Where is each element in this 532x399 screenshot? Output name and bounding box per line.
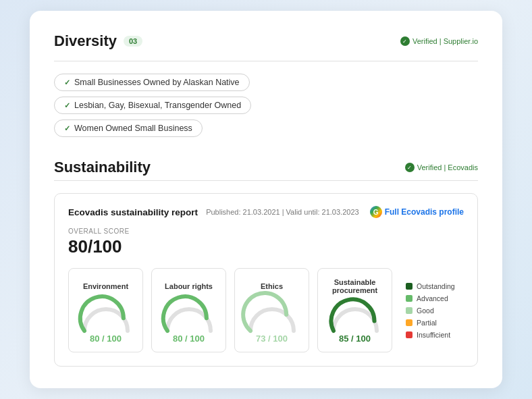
check-icon: ✓: [400, 36, 410, 46]
tag-check-icon-2: ✓: [64, 101, 70, 110]
legend-label-3: Partial: [417, 319, 437, 327]
score-value-0: 80 / 100: [90, 334, 122, 344]
diversity-badge: 03: [124, 36, 142, 47]
legend-label-4: Insufficient: [417, 331, 450, 339]
tag-lgbtq: ✓ Lesbian, Gay, Bisexual, Transgender Ow…: [54, 97, 251, 114]
score-card-title-3: Sustainable procurement: [323, 277, 386, 296]
tag-women: ✓ Women Owned Small Business: [54, 119, 203, 137]
score-card-3: Sustainable procurement 85 / 100: [317, 268, 392, 352]
gauge-3: [328, 301, 382, 331]
sustainability-verified-text: Verified | Ecovadis: [417, 163, 478, 171]
ecovadis-g-icon: G: [370, 206, 382, 218]
tag-alaskan: ✓ Small Businesses Owned by Alaskan Nati…: [54, 74, 250, 91]
legend-dot-4: [406, 331, 413, 338]
legend-dot-3: [406, 319, 413, 326]
tag-alaskan-label: Small Businesses Owned by Alaskan Native: [74, 78, 240, 87]
tag-lgbtq-label: Lesbian, Gay, Bisexual, Transgender Owne…: [74, 101, 241, 110]
diversity-header: Diversity 03 ✓ Verified | Supplier.io: [54, 32, 478, 50]
overall-score-label: OVERALL SCORE: [68, 228, 464, 235]
tag-check-icon: ✓: [64, 78, 70, 87]
diversity-title: Diversity: [54, 32, 117, 50]
tag-check-icon-3: ✓: [64, 124, 70, 133]
report-card: Ecovadis sustainability report Published…: [54, 193, 478, 367]
score-value-3: 85 / 100: [339, 334, 371, 344]
sustainability-verified: ✓ Verified | Ecovadis: [405, 163, 478, 172]
legend-col: OutstandingAdvancedGoodPartialInsufficie…: [400, 268, 461, 352]
report-title: Ecovadis sustainability report: [68, 207, 198, 217]
score-card-title-0: Environment: [83, 277, 128, 296]
score-card-0: Environment 80 / 100: [68, 268, 143, 352]
legend-dot-1: [406, 295, 413, 302]
legend-item-0: Outstanding: [406, 282, 461, 290]
legend-item-4: Insufficient: [406, 331, 461, 339]
legend-label-1: Advanced: [417, 294, 448, 302]
score-card-title-1: Labour rights: [165, 277, 213, 296]
report-header: Ecovadis sustainability report Published…: [68, 206, 464, 218]
gauge-2: [245, 301, 299, 331]
score-section: Environment 80 / 100Labour rights 80 / 1…: [68, 268, 464, 352]
report-dates: Published: 21.03.2021 | Valid until: 21.…: [206, 208, 359, 216]
main-card: Diversity 03 ✓ Verified | Supplier.io ✓ …: [30, 11, 502, 388]
legend-label-0: Outstanding: [417, 282, 455, 290]
score-value-2: 73 / 100: [256, 334, 288, 344]
sustainability-title: Sustainability: [54, 159, 151, 176]
score-card-1: Labour rights 80 / 100: [151, 268, 226, 352]
sustainability-header: Sustainability ✓ Verified | Ecovadis: [54, 159, 478, 176]
gauge-0: [79, 301, 133, 331]
score-grid: Environment 80 / 100Labour rights 80 / 1…: [68, 268, 392, 352]
diversity-title-row: Diversity 03: [54, 32, 142, 50]
tag-women-label: Women Owned Small Business: [74, 124, 192, 133]
diversity-verified: ✓ Verified | Supplier.io: [400, 36, 478, 46]
legend-item-2: Good: [406, 307, 461, 315]
gauge-1: [162, 301, 216, 331]
diversity-verified-text: Verified | Supplier.io: [413, 37, 478, 45]
check-icon-sus: ✓: [405, 163, 415, 172]
legend-dot-2: [406, 307, 413, 314]
overall-score-value: 80/100: [68, 236, 464, 257]
report-meta: Published: 21.03.2021 | Valid until: 21.…: [206, 206, 464, 218]
diversity-divider: [54, 61, 478, 61]
legend-dot-0: [406, 283, 413, 290]
score-card-2: Ethics 73 / 100: [234, 268, 309, 352]
legend-item-1: Advanced: [406, 294, 461, 302]
diversity-tags: ✓ Small Businesses Owned by Alaskan Nati…: [54, 74, 478, 137]
ecovadis-link[interactable]: G Full Ecovadis profile: [370, 206, 464, 218]
ecovadis-link-label: Full Ecovadis profile: [385, 207, 464, 217]
legend-label-2: Good: [417, 307, 434, 315]
legend-item-3: Partial: [406, 319, 461, 327]
score-value-1: 80 / 100: [173, 334, 205, 344]
sustainability-divider: [54, 180, 478, 181]
